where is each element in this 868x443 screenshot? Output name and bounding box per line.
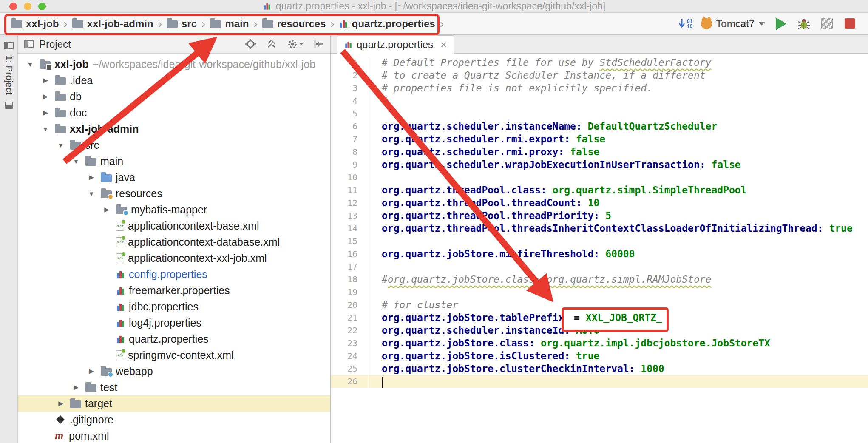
breadcrumb-item-quartz.properties[interactable]: quartz.properties — [339, 18, 435, 30]
tree-item-mybatis-mapper[interactable]: ▶mybatis-mapper — [18, 202, 330, 218]
tree-item-freemarker.properties[interactable]: freemarker.properties — [18, 282, 330, 298]
code-line-10[interactable]: 10 — [331, 171, 868, 184]
line-number[interactable]: 16 — [331, 247, 368, 260]
collapse-arrow-icon[interactable]: ▼ — [25, 61, 36, 68]
code-line-14[interactable]: 14org.quartz.threadPool.threadsInheritCo… — [331, 222, 868, 235]
line-number[interactable]: 26 — [331, 375, 368, 388]
tree-item-quartz.properties[interactable]: quartz.properties — [18, 331, 330, 347]
line-number[interactable]: 11 — [331, 184, 368, 196]
window-zoom-button[interactable] — [38, 3, 46, 10]
window-minimize-button[interactable] — [24, 3, 31, 10]
tree-item-log4j.properties[interactable]: log4j.properties — [18, 315, 330, 331]
expand-arrow-icon[interactable]: ▶ — [40, 77, 51, 84]
line-number[interactable]: 4 — [331, 94, 368, 107]
expand-arrow-icon[interactable]: ▶ — [40, 109, 51, 116]
collapse-arrow-icon[interactable]: ▼ — [86, 190, 97, 197]
tab-quartz-properties[interactable]: quartz.properties — [337, 35, 454, 54]
tree-item-xxl-job[interactable]: ▼xxl-job ~/workspaces/idea-git-workspace… — [18, 56, 330, 72]
code-line-7[interactable]: 7org.quartz.scheduler.rmi.export: false — [331, 133, 868, 145]
line-number[interactable]: 17 — [331, 260, 368, 273]
code-line-21[interactable]: 21org.quartz.jobStore.tablePrefix = XXL_… — [331, 311, 868, 324]
line-number[interactable]: 23 — [331, 337, 368, 349]
expand-arrow-icon[interactable]: ▶ — [86, 173, 97, 181]
line-number[interactable]: 5 — [331, 107, 368, 120]
tree-item-jdbc.properties[interactable]: jdbc.properties — [18, 298, 330, 315]
collapse-arrow-icon[interactable]: ▼ — [40, 125, 51, 133]
tree-item-test[interactable]: ▶test — [18, 379, 330, 395]
tree-item-java[interactable]: ▶java — [18, 169, 330, 185]
line-number[interactable]: 13 — [331, 209, 368, 222]
line-number[interactable]: 6 — [331, 120, 368, 133]
stop-button[interactable] — [842, 17, 857, 31]
tree-item-.gitignore[interactable]: .gitignore — [18, 412, 330, 428]
tree-item-.idea[interactable]: ▶.idea — [18, 72, 330, 88]
tree-item-applicationcontext-xxl-job.xml[interactable]: applicationcontext-xxl-job.xml — [18, 250, 330, 266]
tree-item-springmvc-context.xml[interactable]: springmvc-context.xml — [18, 347, 330, 363]
code-line-16[interactable]: 16org.quartz.jobStore.misfireThreshold: … — [331, 247, 868, 260]
collapse-all-button[interactable] — [266, 38, 277, 50]
tree-item-db[interactable]: ▶db — [18, 88, 330, 105]
debug-button[interactable] — [797, 17, 811, 31]
breadcrumb-item-resources[interactable]: resources — [262, 18, 326, 30]
breadcrumb-item-main[interactable]: main — [210, 18, 249, 30]
line-number[interactable]: 18 — [331, 273, 368, 286]
panel-settings-button[interactable] — [286, 38, 304, 50]
tool-window-icon[interactable] — [4, 100, 14, 110]
line-number[interactable]: 15 — [331, 235, 368, 247]
tree-item-resources[interactable]: ▼resources — [18, 185, 330, 202]
window-close-button[interactable] — [9, 3, 17, 10]
line-number[interactable]: 24 — [331, 349, 368, 362]
tree-item-applicationcontext-base.xml[interactable]: applicationcontext-base.xml — [18, 218, 330, 234]
tree-item-src[interactable]: ▼src — [18, 137, 330, 153]
line-number[interactable]: 25 — [331, 362, 368, 375]
locate-button[interactable] — [245, 38, 256, 50]
collapse-arrow-icon[interactable]: ▼ — [55, 142, 66, 149]
tree-item-xxl-job-admin[interactable]: ▼xxl-job-admin — [18, 121, 330, 137]
code-line-8[interactable]: 8org.quartz.scheduler.rmi.proxy: false — [331, 145, 868, 158]
breadcrumb-item-xxl-job[interactable]: xxl-job — [11, 18, 59, 30]
code-line-15[interactable]: 15 — [331, 235, 868, 247]
run-with-coverage-button[interactable] — [820, 17, 834, 31]
code-line-5[interactable]: 5 — [331, 107, 868, 120]
tree-item-main[interactable]: ▼main — [18, 153, 330, 169]
tree-item-applicationcontext-database.xml[interactable]: applicationcontext-database.xml — [18, 234, 330, 250]
code-line-24[interactable]: 24org.quartz.jobStore.isClustered: true — [331, 349, 868, 362]
code-line-6[interactable]: 6org.quartz.scheduler.instanceName: Defa… — [331, 120, 868, 133]
expand-arrow-icon[interactable]: ▶ — [40, 93, 51, 100]
line-number[interactable]: 12 — [331, 196, 368, 209]
line-number[interactable]: 9 — [331, 158, 368, 171]
collapse-arrow-icon[interactable]: ▼ — [71, 158, 82, 165]
run-button[interactable] — [774, 17, 788, 31]
code-line-12[interactable]: 12org.quartz.threadPool.threadCount: 10 — [331, 196, 868, 209]
code-line-4[interactable]: 4# — [331, 94, 868, 107]
line-number[interactable]: 10 — [331, 171, 368, 184]
breadcrumb-item-xxl-job-admin[interactable]: xxl-job-admin — [72, 18, 153, 30]
code-line-26[interactable]: 26 — [331, 375, 868, 388]
line-number[interactable]: 7 — [331, 133, 368, 145]
code-line-3[interactable]: 3# properties file is not explicitly spe… — [331, 82, 868, 94]
code-line-19[interactable]: 19 — [331, 286, 868, 298]
code-line-18[interactable]: 18#org.quartz.jobStore.class: org.quartz… — [331, 273, 868, 286]
run-config-selector[interactable]: Tomcat7 — [701, 18, 765, 30]
tree-item-target[interactable]: ▶target — [18, 395, 330, 412]
tree-item-webapp[interactable]: ▶webapp — [18, 363, 330, 379]
code-line-11[interactable]: 11org.quartz.threadPool.class: org.quart… — [331, 184, 868, 196]
code-line-23[interactable]: 23org.quartz.jobStore.class: org.quartz.… — [331, 337, 868, 349]
line-number[interactable]: 8 — [331, 145, 368, 158]
expand-arrow-icon[interactable]: ▶ — [101, 206, 112, 213]
line-number[interactable]: 14 — [331, 222, 368, 235]
tab-close-icon[interactable] — [440, 39, 447, 50]
line-number[interactable]: 1 — [331, 56, 368, 69]
incoming-changes-indicator[interactable]: 01 10 — [678, 18, 692, 29]
expand-arrow-icon[interactable]: ▶ — [86, 367, 97, 375]
code-line-9[interactable]: 9org.quartz.scheduler.wrapJobExecutionIn… — [331, 158, 868, 171]
hide-panel-button[interactable] — [313, 38, 324, 50]
expand-arrow-icon[interactable]: ▶ — [71, 383, 82, 391]
project-toolwindow-button[interactable]: 1: Project — [3, 40, 14, 95]
tree-item-doc[interactable]: ▶doc — [18, 105, 330, 121]
line-number[interactable]: 20 — [331, 298, 368, 311]
line-number[interactable]: 22 — [331, 324, 368, 337]
line-number[interactable]: 19 — [331, 286, 368, 298]
tree-item-pom.xml[interactable]: pom.xml — [18, 428, 330, 443]
code-line-13[interactable]: 13org.quartz.threadPool.threadPriority: … — [331, 209, 868, 222]
